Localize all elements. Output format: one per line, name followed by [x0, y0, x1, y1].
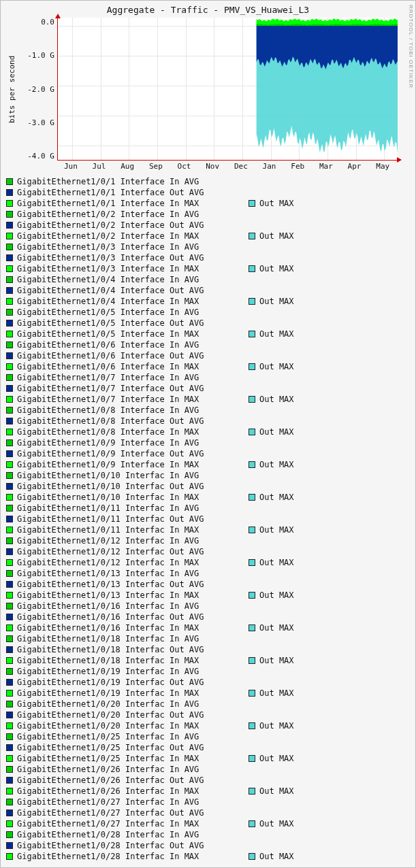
legend-swatch-icon [6, 570, 13, 577]
legend-swatch-icon [6, 331, 13, 337]
x-tick-label: Feb [283, 162, 312, 171]
legend-row: GigabitEthernet1/0/19 Interfac In MAXOut… [6, 688, 410, 699]
legend-label: GigabitEthernet1/0/20 Interfac Out AVG [17, 710, 249, 720]
legend-swatch-icon [6, 254, 13, 261]
legend-row: GigabitEthernet1/0/10 Interfac In AVG [6, 470, 410, 481]
legend-label: GigabitEthernet1/0/9 Interface In MAX [17, 459, 249, 470]
legend-row: GigabitEthernet1/0/12 Interfac In MAXOut… [6, 557, 410, 568]
legend-row: GigabitEthernet1/0/8 Interface In AVG [6, 405, 410, 416]
legend-label: GigabitEthernet1/0/8 Interface Out AVG [17, 416, 249, 427]
legend-label: GigabitEthernet1/0/18 Interfac In MAX [17, 655, 249, 666]
legend-row: GigabitEthernet1/0/3 Interface In MAXOut… [6, 263, 410, 274]
legend-row: GigabitEthernet1/0/3 Interface Out AVG [6, 252, 410, 263]
legend-swatch-icon [6, 679, 13, 686]
legend-row: GigabitEthernet1/0/18 Interfac In AVG [6, 633, 410, 644]
legend-swatch-icon [6, 287, 13, 294]
legend-row: GigabitEthernet1/0/20 Interfac In AVG [6, 699, 410, 710]
legend-row: GigabitEthernet1/0/6 Interface In MAXOut… [6, 361, 410, 372]
legend-row: GigabitEthernet1/0/27 Interfac Out AVG [6, 807, 410, 818]
legend-swatch-icon [6, 418, 13, 424]
x-tick-label: Aug [113, 162, 142, 171]
legend-swatch-icon [6, 385, 13, 392]
y-tick-label: -1.0 G [18, 51, 54, 60]
legend-row: GigabitEthernet1/0/28 Interfac Out AVG [6, 840, 410, 851]
legend-label: GigabitEthernet1/0/28 Interfac Out AVG [17, 840, 249, 851]
legend-swatch-icon [249, 233, 255, 239]
legend-label: GigabitEthernet1/0/26 Interfac In AVG [17, 764, 249, 775]
legend-swatch-icon [6, 559, 13, 566]
legend-label: GigabitEthernet1/0/3 Interface Out AVG [17, 252, 249, 263]
legend-swatch-icon [249, 853, 255, 860]
legend-row: GigabitEthernet1/0/5 Interface In AVG [6, 307, 410, 318]
legend-label: GigabitEthernet1/0/10 Interfac In AVG [17, 470, 249, 481]
legend-label: Out MAX [259, 557, 294, 568]
legend-swatch-icon [6, 505, 13, 512]
legend-label: GigabitEthernet1/0/9 Interface In AVG [17, 437, 249, 448]
legend-row: GigabitEthernet1/0/1 Interface Out AVG [6, 187, 410, 198]
legend-row: GigabitEthernet1/0/6 Interface In AVG [6, 339, 410, 350]
legend-swatch-icon [6, 298, 13, 305]
legend-row: GigabitEthernet1/0/11 Interfac In AVG [6, 503, 410, 514]
legend-swatch-icon [249, 755, 255, 762]
legend-swatch-icon [6, 233, 13, 239]
legend-swatch-icon [249, 690, 255, 697]
axis-arrow-right-icon [397, 157, 402, 163]
legend-swatch-icon [6, 363, 13, 370]
legend-row: GigabitEthernet1/0/4 Interface In MAXOut… [6, 296, 410, 307]
legend-label: GigabitEthernet1/0/19 Interfac In MAX [17, 688, 249, 699]
legend-label: Out MAX [259, 231, 294, 241]
legend-swatch-icon [6, 211, 13, 218]
legend-row: GigabitEthernet1/0/4 Interface Out AVG [6, 285, 410, 296]
legend-row: GigabitEthernet1/0/16 Interfac In AVG [6, 601, 410, 612]
x-tick-label: Jul [85, 162, 114, 171]
legend-swatch-icon [6, 494, 13, 501]
legend-label: GigabitEthernet1/0/6 Interface Out AVG [17, 350, 249, 361]
legend-label: Out MAX [259, 198, 294, 209]
legend-swatch-icon [6, 592, 13, 599]
legend-label: GigabitEthernet1/0/13 Interfac In AVG [17, 568, 249, 579]
legend-swatch-icon [6, 701, 13, 707]
legend-label: GigabitEthernet1/0/6 Interface In MAX [17, 361, 249, 372]
legend-label: GigabitEthernet1/0/1 Interface In AVG [17, 176, 249, 187]
legend-swatch-icon [249, 559, 255, 566]
legend-swatch-icon [6, 831, 13, 838]
legend-label: Out MAX [259, 459, 294, 470]
x-tick-label: Oct [170, 162, 199, 171]
legend-swatch-icon [249, 592, 255, 599]
legend-label: GigabitEthernet1/0/4 Interface Out AVG [17, 285, 249, 296]
legend-row: GigabitEthernet1/0/27 Interfac In MAXOut… [6, 818, 410, 829]
legend-label: GigabitEthernet1/0/18 Interfac In AVG [17, 633, 249, 644]
legend-swatch-icon [6, 755, 13, 762]
legend-label: GigabitEthernet1/0/4 Interface In AVG [17, 274, 249, 285]
legend-label: GigabitEthernet1/0/27 Interfac Out AVG [17, 807, 249, 818]
legend-swatch-icon [6, 635, 13, 642]
legend-row: GigabitEthernet1/0/3 Interface In AVG [6, 241, 410, 252]
legend-swatch-icon [6, 309, 13, 316]
x-tick-label: May [368, 162, 397, 171]
legend-swatch-icon [6, 222, 13, 229]
legend-swatch-icon [6, 766, 13, 773]
legend-row: GigabitEthernet1/0/25 Interfac In MAXOut… [6, 753, 410, 764]
legend-row: GigabitEthernet1/0/8 Interface Out AVG [6, 416, 410, 427]
legend-label: GigabitEthernet1/0/18 Interfac Out AVG [17, 644, 249, 655]
legend-label: GigabitEthernet1/0/5 Interface In AVG [17, 307, 249, 318]
legend-label: GigabitEthernet1/0/28 Interfac In AVG [17, 829, 249, 840]
y-tick-label: -4.0 G [18, 152, 54, 161]
legend-swatch-icon [249, 265, 255, 272]
legend-swatch-icon [6, 842, 13, 849]
legend-label: GigabitEthernet1/0/27 Interfac In MAX [17, 818, 249, 829]
legend-label: Out MAX [259, 786, 294, 797]
legend-swatch-icon [6, 200, 13, 207]
legend-label: Out MAX [259, 753, 294, 764]
legend-row: GigabitEthernet1/0/2 Interface In MAXOut… [6, 231, 410, 241]
legend-row: GigabitEthernet1/0/25 Interfac In AVG [6, 731, 410, 742]
legend-row: GigabitEthernet1/0/16 Interfac In MAXOut… [6, 622, 410, 633]
legend-swatch-icon [249, 461, 255, 468]
legend-label: GigabitEthernet1/0/13 Interfac Out AVG [17, 579, 249, 590]
legend-swatch-icon [6, 439, 13, 446]
legend-label: Out MAX [259, 263, 294, 274]
legend-label: GigabitEthernet1/0/3 Interface In AVG [17, 241, 249, 252]
rrd-graph-container: RRDTOOL / TOBI OETIKER Aggregate - Traff… [0, 0, 416, 868]
legend-swatch-icon [249, 396, 255, 403]
y-tick-label: -2.0 G [18, 85, 54, 94]
